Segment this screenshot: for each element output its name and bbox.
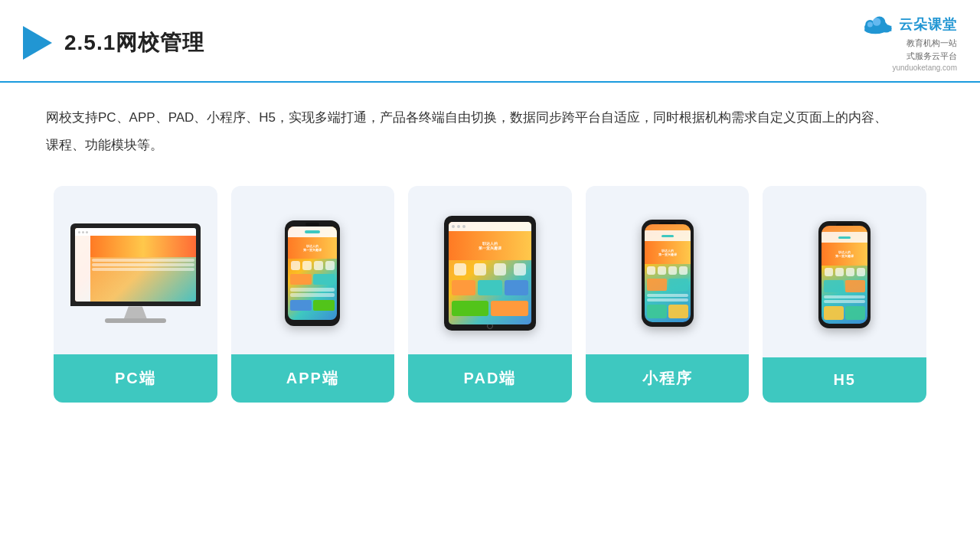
pc-screen-inner	[75, 228, 196, 302]
page-title: 2.5.1网校管理	[64, 28, 204, 57]
device-pad: 职达人的第一堂兴趣课	[444, 216, 536, 331]
brand-logo: 云朵课堂	[861, 14, 957, 35]
svg-point-8	[867, 22, 873, 28]
phone-screen: 职达人的第一堂兴趣课	[288, 227, 337, 320]
phone-notch	[305, 223, 319, 226]
smartphone-h5-outer: 职达人的第一堂兴趣课	[818, 221, 871, 328]
card-miniprogram: 职达人的第一堂兴趣课	[586, 186, 750, 403]
card-pc: PC端	[54, 186, 217, 403]
description-text: 网校支持PC、APP、PAD、小程序、H5，实现多端打通，产品各终端自由切换，数…	[46, 104, 888, 158]
header-left: 2.5.1网校管理	[23, 26, 204, 60]
pad-screen: 职达人的第一堂兴趣课	[449, 222, 531, 324]
smartphone-outer: 职达人的第一堂兴趣课	[642, 220, 694, 327]
header-right: 云朵课堂 教育机构一站式服务云平台 yunduoketang.com	[861, 14, 957, 72]
brand-name: 云朵课堂	[899, 15, 957, 34]
smartphone-h5-screen: 职达人的第一堂兴趣课	[822, 226, 867, 324]
main-content: 网校支持PC、APP、PAD、小程序、H5，实现多端打通，产品各终端自由切换，数…	[0, 83, 980, 418]
card-pc-image	[54, 186, 217, 354]
cloud-icon	[861, 14, 894, 35]
card-pc-label: PC端	[54, 354, 217, 403]
phone-outer: 职达人的第一堂兴趣课	[285, 220, 340, 326]
card-miniprogram-label: 小程序	[586, 354, 750, 403]
svg-point-7	[873, 18, 881, 26]
card-app-image: 职达人的第一堂兴趣课	[231, 186, 395, 354]
smartphone-screen: 职达人的第一堂兴趣课	[645, 224, 691, 322]
header: 2.5.1网校管理 云朵课堂 教育机构一站式服务云平台 yunduoketang…	[0, 0, 980, 83]
card-miniprogram-image: 职达人的第一堂兴趣课	[586, 186, 750, 354]
device-pc	[70, 223, 201, 323]
card-app: 职达人的第一堂兴趣课	[231, 186, 395, 403]
brand-url: yunduoketang.com	[892, 64, 957, 72]
card-h5-image: 职达人的第一堂兴趣课	[763, 186, 926, 357]
pc-base	[105, 318, 166, 323]
card-pad-label: PAD端	[408, 354, 572, 403]
device-miniprogram: 职达人的第一堂兴趣课	[642, 220, 694, 327]
logo-triangle-icon	[23, 26, 52, 60]
card-pad: 职达人的第一堂兴趣课	[408, 186, 572, 403]
brand-tagline: 教育机构一站式服务云平台	[906, 37, 957, 62]
card-pad-image: 职达人的第一堂兴趣课	[408, 186, 572, 354]
pc-stand	[124, 306, 147, 318]
pad-outer: 职达人的第一堂兴趣课	[444, 216, 536, 331]
device-h5: 职达人的第一堂兴趣课	[818, 221, 871, 328]
device-app-phone: 职达人的第一堂兴趣课	[285, 220, 340, 326]
pc-screen-outer	[70, 223, 201, 306]
card-h5: 职达人的第一堂兴趣课	[763, 186, 926, 403]
cards-container: PC端 职达人的第一堂兴趣课	[46, 186, 934, 403]
card-app-label: APP端	[231, 354, 395, 403]
card-h5-label: H5	[763, 357, 926, 403]
